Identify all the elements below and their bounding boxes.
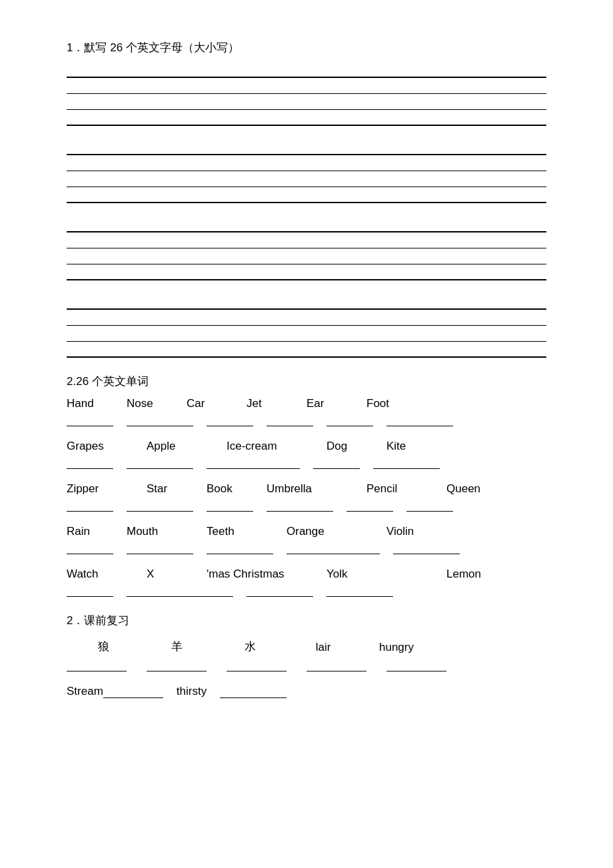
writing-line xyxy=(67,79,546,94)
blank-orange xyxy=(287,542,380,554)
blank-rain xyxy=(67,542,113,554)
word-yolk: Yolk xyxy=(326,568,406,581)
word-zipper: Zipper xyxy=(67,482,147,496)
word-mouth: Mouth xyxy=(127,525,207,538)
blank-dog xyxy=(313,457,360,469)
blank-mouth xyxy=(127,542,193,554)
blank-watch xyxy=(67,585,113,597)
blank-lemon xyxy=(326,585,393,597)
section2: 2．课前复习 狼 羊 水 lair hungry Stream thirsty xyxy=(67,613,546,698)
vocab-row-1: Hand Nose Car Jet Ear Foot xyxy=(67,397,546,410)
word-star: Star xyxy=(147,482,207,496)
vocab-title: 2.26 个英文单词 xyxy=(67,374,546,389)
word-icecream: Ice-cream xyxy=(227,440,326,453)
word-rain: Rain xyxy=(67,525,127,538)
stream-item: Stream xyxy=(67,685,163,698)
blank-star xyxy=(127,500,193,512)
line-set-2 xyxy=(67,141,546,203)
writing-line xyxy=(67,234,546,248)
underline-row-1 xyxy=(67,414,546,426)
underline-row-3 xyxy=(67,500,546,512)
line-set-1 xyxy=(67,63,546,126)
stream-row: Stream thirsty xyxy=(67,685,546,698)
blank-kite xyxy=(373,457,440,469)
writing-line xyxy=(67,63,546,78)
underline-row-4 xyxy=(67,542,546,554)
blank-lair xyxy=(306,659,366,671)
word-xmas: 'mas Christmas xyxy=(207,568,326,581)
blank-pencil xyxy=(346,500,393,512)
writing-line xyxy=(67,173,546,187)
word-jet: Jet xyxy=(247,397,306,410)
vocab-row-3: Zipper Star Book Umbrella Pencil Queen xyxy=(67,482,546,496)
thirsty-item: thirsty xyxy=(177,685,207,698)
word-x: X xyxy=(147,568,207,581)
word-car: Car xyxy=(187,397,247,410)
blank-yang xyxy=(147,659,207,671)
section2-title: 2．课前复习 xyxy=(67,613,546,628)
writing-line xyxy=(67,343,546,358)
blank-xmas xyxy=(127,585,233,597)
word-yang: 羊 xyxy=(140,639,213,654)
word-shui: 水 xyxy=(213,639,287,654)
blank-book xyxy=(207,500,253,512)
blank-teeth xyxy=(207,542,273,554)
vocab-row-5: Watch X 'mas Christmas Yolk Lemon xyxy=(67,568,546,581)
writing-line xyxy=(67,327,546,342)
word-kite: Kite xyxy=(386,440,446,453)
vocab-row-2: Grapes Apple Ice-cream Dog Kite xyxy=(67,440,546,453)
writing-line xyxy=(67,250,546,264)
word-umbrella: Umbrella xyxy=(267,482,366,496)
blank-thirsty xyxy=(220,686,287,698)
review-underline-row xyxy=(67,659,546,671)
word-ear: Ear xyxy=(306,397,366,410)
word-queen: Queen xyxy=(446,482,526,496)
blank-hand xyxy=(67,414,113,426)
blank-umbrella xyxy=(267,500,333,512)
underline-row-2 xyxy=(67,457,546,469)
underline-row-5 xyxy=(67,585,546,597)
vocab-row-4: Rain Mouth Teeth Orange Violin xyxy=(67,525,546,538)
writing-line xyxy=(67,189,546,203)
thirsty-label: thirsty xyxy=(177,685,207,698)
blank-ear xyxy=(326,414,373,426)
word-foot: Foot xyxy=(366,397,426,410)
writing-line xyxy=(67,111,546,126)
writing-line xyxy=(67,295,546,310)
stream-label: Stream xyxy=(67,685,103,698)
blank-lang xyxy=(67,659,127,671)
word-lang: 狼 xyxy=(67,639,140,654)
writing-line xyxy=(67,266,546,280)
writing-line xyxy=(67,95,546,110)
writing-line xyxy=(67,218,546,232)
word-orange: Orange xyxy=(287,525,386,538)
word-dog: Dog xyxy=(326,440,386,453)
blank-hungry xyxy=(386,659,446,671)
blank-foot xyxy=(386,414,453,426)
review-words-row: 狼 羊 水 lair hungry xyxy=(67,639,546,654)
writing-line xyxy=(67,141,546,155)
word-hand: Hand xyxy=(67,397,127,410)
writing-line xyxy=(67,311,546,326)
section1: 1．默写 26 个英文字母（大小写） xyxy=(67,40,546,358)
blank-icecream xyxy=(207,457,300,469)
writing-line xyxy=(67,157,546,171)
blank-zipper xyxy=(67,500,113,512)
word-pencil: Pencil xyxy=(366,482,446,496)
word-apple: Apple xyxy=(147,440,227,453)
blank-violin xyxy=(393,542,460,554)
line-set-3 xyxy=(67,218,546,280)
word-watch: Watch xyxy=(67,568,147,581)
word-teeth: Teeth xyxy=(207,525,287,538)
word-hungry: hungry xyxy=(360,641,433,654)
word-grapes: Grapes xyxy=(67,440,147,453)
blank-car xyxy=(207,414,253,426)
word-violin: Violin xyxy=(386,525,466,538)
section1-title: 1．默写 26 个英文字母（大小写） xyxy=(67,40,546,55)
word-lair: lair xyxy=(287,641,360,654)
section-vocab: 2.26 个英文单词 Hand Nose Car Jet Ear Foot Gr… xyxy=(67,374,546,597)
blank-grapes xyxy=(67,457,113,469)
blank-shui xyxy=(227,659,287,671)
blank-yolk xyxy=(247,585,313,597)
blank-stream xyxy=(103,686,163,698)
